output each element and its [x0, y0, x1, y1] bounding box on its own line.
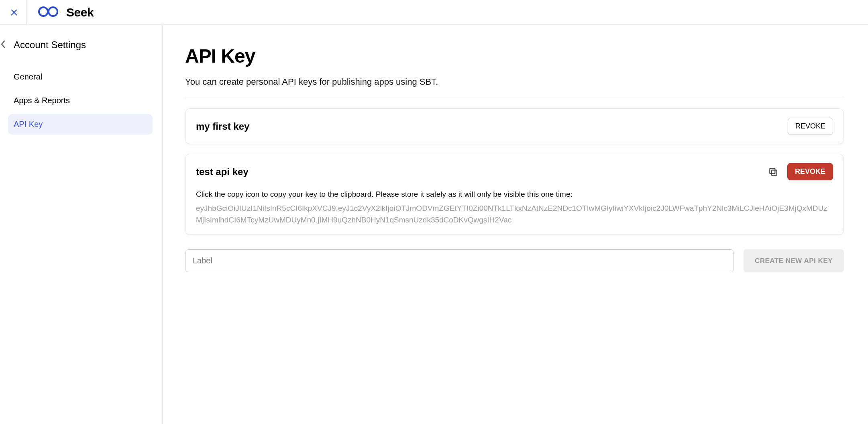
key-instruction: Click the copy icon to copy your key to …	[196, 190, 833, 199]
close-button[interactable]	[4, 0, 24, 24]
chevron-left-icon	[0, 39, 6, 49]
back-button[interactable]	[0, 39, 6, 51]
api-key-card: my first key REVOKE	[185, 108, 844, 144]
main-content: API Key You can create personal API keys…	[163, 25, 868, 424]
sidebar-title: Account Settings	[14, 39, 86, 51]
revoke-button[interactable]: REVOKE	[788, 118, 833, 135]
sidebar-item-label: Apps & Reports	[14, 96, 70, 105]
create-key-row: CREATE NEW API KEY	[185, 249, 844, 272]
label-input[interactable]	[185, 249, 734, 272]
sidebar-item-api-key[interactable]: API Key	[8, 114, 153, 135]
topbar: Seek	[0, 0, 868, 25]
api-key-name: test api key	[196, 166, 249, 177]
svg-rect-4	[772, 170, 777, 175]
svg-point-2	[39, 7, 48, 16]
api-key-card: test api key REVOKE Click the copy icon …	[185, 154, 844, 235]
copy-icon	[768, 167, 778, 177]
brand-name: Seek	[66, 6, 94, 19]
key-token: eyJhbGciOiJIUzI1NiIsInR5cCI6IkpXVCJ9.eyJ…	[196, 203, 833, 226]
sidebar-item-general[interactable]: General	[8, 67, 153, 87]
sidebar-item-apps-reports[interactable]: Apps & Reports	[8, 90, 153, 111]
api-key-name: my first key	[196, 121, 249, 132]
copy-button[interactable]	[768, 167, 778, 177]
infinity-logo-icon	[37, 6, 61, 19]
sidebar-nav: General Apps & Reports API Key	[0, 67, 153, 135]
brand[interactable]: Seek	[37, 6, 94, 19]
topbar-divider	[26, 0, 27, 24]
sidebar-item-label: General	[14, 72, 42, 81]
sidebar-item-label: API Key	[14, 120, 43, 128]
page-title: API Key	[185, 45, 844, 67]
svg-point-3	[49, 7, 57, 16]
page-subtitle: You can create personal API keys for pub…	[185, 77, 844, 97]
revoke-button[interactable]: REVOKE	[787, 163, 833, 180]
create-key-button[interactable]: CREATE NEW API KEY	[744, 249, 844, 272]
sidebar: Account Settings General Apps & Reports …	[0, 25, 163, 424]
close-icon	[10, 8, 18, 17]
svg-rect-5	[770, 168, 775, 173]
